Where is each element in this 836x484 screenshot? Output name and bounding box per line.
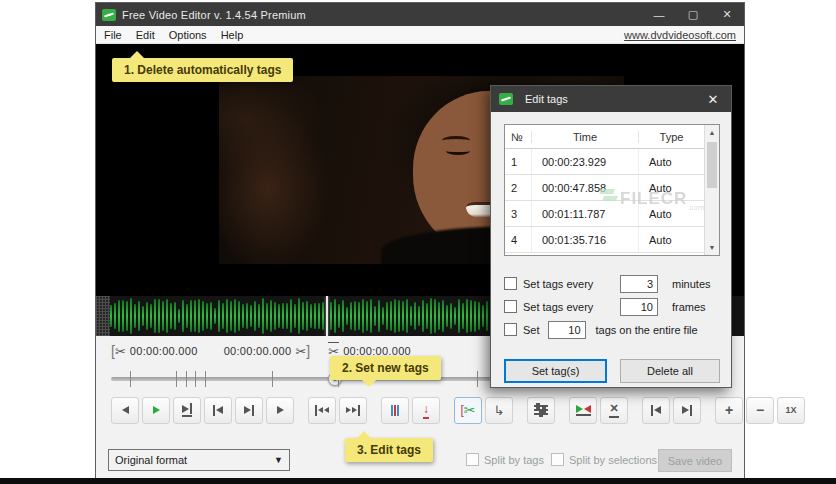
table-cell: 00:00:23.929 — [532, 149, 639, 174]
waveform-bar — [394, 299, 396, 332]
step-forward-button[interactable] — [266, 397, 294, 424]
column-header-time[interactable]: Time — [532, 131, 639, 143]
toolbar: ↓ [✂ ↳ ✕ + − 1X — [96, 393, 744, 427]
previous-tag-button[interactable] — [308, 397, 336, 424]
waveform-bar — [486, 301, 488, 330]
waveform-bar — [202, 301, 204, 331]
split-by-tags-checkbox[interactable] — [466, 453, 479, 466]
set-tags-every-frames-checkbox[interactable] — [504, 300, 517, 313]
output-format-select[interactable]: Original format ▼ — [108, 449, 290, 471]
minimize-button[interactable]: — — [642, 3, 676, 26]
dialog-buttons: Set tag(s) Delete all — [504, 359, 720, 383]
waveform-bar — [438, 302, 440, 330]
mixer-icon — [534, 403, 548, 417]
waveform-bar — [358, 302, 360, 331]
tooltip-arrow — [357, 431, 371, 438]
waveform-bar — [110, 305, 112, 328]
waveform-bar — [274, 302, 276, 331]
set-tags-every-minutes-checkbox[interactable] — [504, 277, 517, 290]
waveform-bar — [442, 300, 444, 332]
table-cell: Auto — [639, 208, 704, 220]
waveform-bar — [426, 303, 428, 330]
save-video-button[interactable]: Save video — [658, 449, 732, 472]
go-to-start-button[interactable] — [642, 397, 670, 424]
close-button[interactable]: ✕ — [710, 3, 744, 26]
set-tags-every-frames-label: Set tags every — [523, 301, 593, 313]
branch-button[interactable]: ↳ — [485, 397, 513, 424]
waveform-bar — [402, 301, 404, 331]
set-tags-button[interactable]: Set tag(s) — [504, 359, 607, 383]
waveform-bar — [470, 300, 472, 332]
scrollbar-thumb[interactable] — [707, 142, 717, 188]
adjust-settings-button[interactable] — [527, 397, 555, 424]
step-back-button[interactable] — [111, 397, 139, 424]
waveform-bar — [178, 309, 180, 323]
cut-selection-button[interactable]: [✂ — [454, 397, 482, 424]
menu-help[interactable]: Help — [221, 29, 244, 41]
previous-frame-button[interactable] — [204, 397, 232, 424]
maximize-button[interactable]: ▢ — [676, 3, 710, 26]
table-row[interactable]: 100:00:23.929Auto — [505, 149, 704, 175]
delete-all-button[interactable]: Delete all — [620, 359, 720, 383]
minutes-suffix: minutes — [672, 278, 711, 290]
table-row[interactable]: 400:01:35.716Auto — [505, 227, 704, 253]
scroll-down-icon[interactable]: ▼ — [705, 240, 719, 255]
frames-input[interactable] — [620, 298, 658, 316]
total-tags-input[interactable] — [548, 321, 586, 339]
waveform-bar — [370, 299, 372, 334]
table-row[interactable]: 200:00:47.858Auto — [505, 175, 704, 201]
zoom-reset-button[interactable]: 1X — [777, 397, 805, 424]
drop-tag-button[interactable]: ↓ — [412, 397, 440, 424]
waveform-bar — [174, 302, 176, 331]
next-tag-button[interactable] — [339, 397, 367, 424]
waveform-bar — [406, 299, 408, 334]
table-scrollbar[interactable]: ▲ ▼ — [704, 125, 719, 255]
play-to-marker-button[interactable] — [173, 397, 201, 424]
menu-edit[interactable]: Edit — [136, 29, 155, 41]
playhead-cursor[interactable] — [326, 296, 328, 336]
split-by-selections-checkbox[interactable] — [551, 453, 564, 466]
timeline-drag-handle[interactable] — [96, 296, 110, 336]
tags-table: № Time Type 100:00:23.929Auto200:00:47.8… — [504, 124, 720, 256]
zoom-out-button[interactable]: − — [746, 397, 774, 424]
waveform-bar — [298, 298, 300, 334]
split-by-selections-label: Split by selections — [569, 454, 657, 466]
waveform-bar — [286, 303, 288, 329]
slider-tick — [205, 371, 206, 387]
table-cell: Auto — [639, 182, 704, 194]
column-header-type[interactable]: Type — [639, 131, 704, 143]
waveform-bar — [138, 301, 140, 332]
set-tags-total-checkbox[interactable] — [504, 323, 517, 336]
zoom-in-button[interactable]: + — [715, 397, 743, 424]
waveform-bar — [414, 302, 416, 330]
split-by-selections-option[interactable]: Split by selections — [551, 453, 657, 466]
table-row[interactable]: 300:01:11.787Auto — [505, 201, 704, 227]
menu-file[interactable]: File — [104, 29, 122, 41]
waveform-bar — [114, 303, 116, 329]
next-frame-button[interactable] — [235, 397, 263, 424]
waveform-bar — [194, 300, 196, 333]
split-by-tags-option[interactable]: Split by tags — [466, 453, 544, 466]
play-button[interactable] — [142, 397, 170, 424]
waveform-bar — [386, 302, 388, 329]
column-header-number[interactable]: № — [505, 131, 532, 143]
video-frame-art — [442, 136, 470, 145]
scroll-up-icon[interactable]: ▲ — [705, 125, 719, 140]
menu-options[interactable]: Options — [169, 29, 207, 41]
join-selection-button[interactable] — [569, 397, 597, 424]
website-link[interactable]: www.dvdvideosoft.com — [624, 29, 736, 41]
dialog-close-button[interactable]: ✕ — [703, 92, 723, 107]
set-tags-total-label: Set — [523, 324, 540, 336]
delete-selection-button[interactable]: ✕ — [600, 397, 628, 424]
frames-suffix: frames — [672, 301, 706, 313]
waveform-bar — [118, 300, 120, 331]
waveform-bar — [182, 300, 184, 332]
go-to-end-button[interactable] — [673, 397, 701, 424]
app-logo-icon — [499, 93, 513, 105]
slider-tick — [176, 371, 177, 387]
waveform-bar — [170, 303, 172, 329]
minutes-input[interactable] — [620, 275, 658, 293]
set-tag-button[interactable] — [381, 397, 409, 424]
waveform-bar — [466, 299, 468, 334]
set-tags-every-frames-row: Set tags every frames — [504, 295, 720, 318]
